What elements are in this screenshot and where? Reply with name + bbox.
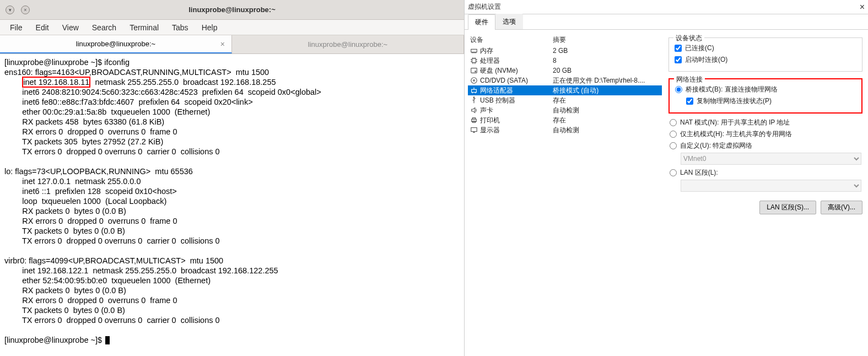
device-summary: 8 (553, 57, 557, 64)
output-line: RX packets 458 bytes 63380 (61.8 KiB) (4, 117, 164, 126)
device-summary: 自动检测 (553, 106, 579, 115)
terminal-tab-label: linuxprobe@linuxprobe:~ (308, 40, 387, 48)
dialog-title: 虚拟机设置 (468, 2, 501, 12)
menu-tabs[interactable]: Tabs (166, 22, 194, 33)
output-line: ether 00:0c:29:a1:5a:8b txqueuelen 1000 … (4, 107, 210, 116)
bridged-input[interactable] (675, 86, 682, 93)
window-close-button[interactable]: × (21, 6, 30, 14)
custom-radio[interactable]: 自定义(U): 特定虚拟网络 (670, 140, 861, 152)
svg-rect-11 (471, 128, 477, 132)
output-line: inet6 2408:8210:9024:5c60:323c:c663:428c… (4, 88, 321, 96)
device-row-printer[interactable]: 打印机存在 (468, 115, 662, 125)
vmnet-select: VMnet0 (681, 153, 861, 165)
lan-segment-radio[interactable]: LAN 区段(L): (670, 167, 861, 179)
command: ifconfig (104, 58, 130, 67)
device-name: 处理器 (480, 56, 500, 66)
lan-select (681, 180, 861, 192)
cd-icon (470, 77, 478, 84)
tab-close-icon[interactable]: × (220, 40, 225, 48)
output-line: TX packets 0 bytes 0 (0.0 B) (4, 306, 125, 315)
menu-bar: File Edit View Search Terminal Tabs Help (0, 20, 464, 35)
output-line: ens160: flags=4163<UP,BROADCAST,RUNNING,… (4, 68, 269, 77)
device-row-usb[interactable]: USB 控制器存在 (468, 95, 662, 105)
advanced-button[interactable]: 高级(V)... (821, 201, 862, 214)
menu-terminal[interactable]: Terminal (124, 22, 164, 33)
nat-input[interactable] (670, 119, 677, 126)
menu-edit[interactable]: Edit (30, 22, 55, 33)
device-list-header: 设备 摘要 (468, 34, 662, 46)
custom-input[interactable] (670, 142, 677, 149)
device-row-sound[interactable]: 声卡自动检测 (468, 105, 662, 115)
settings-tabs: 硬件 选项 (465, 14, 868, 30)
output-line: netmask 255.255.255.0 broadcast 192.168.… (90, 78, 276, 87)
network-other-options: NAT 模式(N): 用于共享主机的 IP 地址 仅主机模式(H): 与主机共享… (668, 117, 862, 194)
connected-input[interactable] (675, 45, 682, 52)
device-row-disk[interactable]: 硬盘 (NVMe)20 GB (468, 66, 662, 75)
vm-settings-dialog: 虚拟机设置 × 硬件 选项 设备 摘要 内存2 GB处理器8硬盘 (NVMe)2… (465, 0, 868, 356)
output-line: ether 52:54:00:95:b0:e0 txqueuelen 1000 … (4, 276, 211, 285)
device-row-cd[interactable]: CD/DVD (SATA)正在使用文件 D:\Temp\rhel-8.... (468, 75, 662, 85)
hostonly-radio[interactable]: 仅主机模式(H): 与主机共享的专用网络 (670, 128, 861, 140)
bridged-radio[interactable]: 桥接模式(B): 直接连接物理网络 (675, 84, 856, 95)
device-name: USB 控制器 (480, 96, 515, 105)
hostonly-input[interactable] (670, 131, 677, 138)
connect-at-poweron-checkbox[interactable]: 启动时连接(O) (675, 54, 856, 66)
svg-rect-9 (472, 118, 475, 120)
poweron-input[interactable] (675, 56, 682, 63)
device-summary: 正在使用文件 D:\Temp\rhel-8.... (553, 76, 645, 85)
network-connection-group: 网络连接 桥接模式(B): 直接连接物理网络 复制物理网络连接状态(P) (668, 78, 862, 114)
terminal-content[interactable]: [linuxprobe@linuxprobe ~]$ ifconfig ens1… (0, 54, 464, 356)
menu-view[interactable]: View (57, 22, 84, 33)
tab-options[interactable]: 选项 (495, 14, 523, 29)
output-line: inet6 fe80::e88c:f7a3:bfdc:4607 prefixle… (4, 98, 253, 106)
device-summary: 存在 (553, 96, 566, 105)
device-row-memory[interactable]: 内存2 GB (468, 46, 662, 56)
disk-icon (470, 67, 478, 74)
cursor (105, 336, 110, 344)
tab-hardware[interactable]: 硬件 (468, 14, 495, 30)
device-list: 设备 摘要 内存2 GB处理器8硬盘 (NVMe)20 GBCD/DVD (SA… (468, 34, 662, 350)
replicate-checkbox[interactable]: 复制物理网络连接状态(P) (686, 95, 856, 107)
button-row: LAN 区段(S)... 高级(V)... (668, 201, 862, 214)
output-line (4, 78, 22, 87)
usb-icon (470, 96, 478, 104)
device-summary: 桥接模式 (自动) (553, 86, 599, 95)
device-name: 内存 (480, 46, 493, 56)
terminal-tab-bar: linuxprobe@linuxprobe:~ × linuxprobe@lin… (0, 35, 464, 54)
svg-rect-6 (472, 89, 477, 92)
output-line: inet 192.168.122.1 netmask 255.255.255.0… (4, 266, 278, 275)
output-line: RX errors 0 dropped 0 overruns 0 frame 0 (4, 127, 177, 136)
device-name: 声卡 (480, 106, 493, 115)
sound-icon (470, 106, 478, 114)
menu-help[interactable]: Help (196, 22, 223, 33)
connected-checkbox[interactable]: 已连接(C) (675, 42, 856, 54)
col-summary: 摘要 (553, 35, 566, 45)
device-state-group: 设备状态 已连接(C) 启动时连接(O) (668, 37, 862, 72)
window-titlebar[interactable]: ▾ × linuxprobe@linuxprobe:~ (0, 0, 464, 20)
device-name: 打印机 (480, 116, 500, 125)
output-line: virbr0: flags=4099<UP,BROADCAST,MULTICAS… (4, 256, 223, 265)
device-summary: 2 GB (553, 47, 568, 55)
device-row-cpu[interactable]: 处理器8 (468, 56, 662, 66)
output-line: RX errors 0 dropped 0 overruns 0 frame 0 (4, 296, 177, 305)
window-controls: ▾ × (0, 6, 30, 14)
device-summary: 存在 (553, 116, 566, 125)
output-line: TX errors 0 dropped 0 overruns 0 carrier… (4, 147, 220, 156)
dialog-close-button[interactable]: × (860, 2, 865, 12)
terminal-tab-1[interactable]: linuxprobe@linuxprobe:~ × (0, 35, 232, 53)
device-row-display[interactable]: 显示器自动检测 (468, 125, 662, 135)
highlighted-ip: inet 192.168.18.11 (22, 77, 90, 88)
terminal-tab-2[interactable]: linuxprobe@linuxprobe:~ (232, 35, 464, 53)
lan-input[interactable] (670, 169, 677, 176)
window-menu-button[interactable]: ▾ (6, 6, 14, 14)
cpu-icon (470, 57, 478, 64)
replicate-input[interactable] (686, 98, 693, 105)
device-row-network[interactable]: 网络适配器桥接模式 (自动) (468, 85, 662, 95)
dialog-titlebar[interactable]: 虚拟机设置 × (465, 0, 868, 14)
menu-search[interactable]: Search (87, 22, 122, 33)
nat-radio[interactable]: NAT 模式(N): 用于共享主机的 IP 地址 (670, 117, 861, 128)
device-name: CD/DVD (SATA) (480, 77, 528, 84)
menu-file[interactable]: File (4, 22, 28, 33)
network-icon (470, 87, 478, 94)
lan-segments-button[interactable]: LAN 区段(S)... (759, 201, 816, 214)
